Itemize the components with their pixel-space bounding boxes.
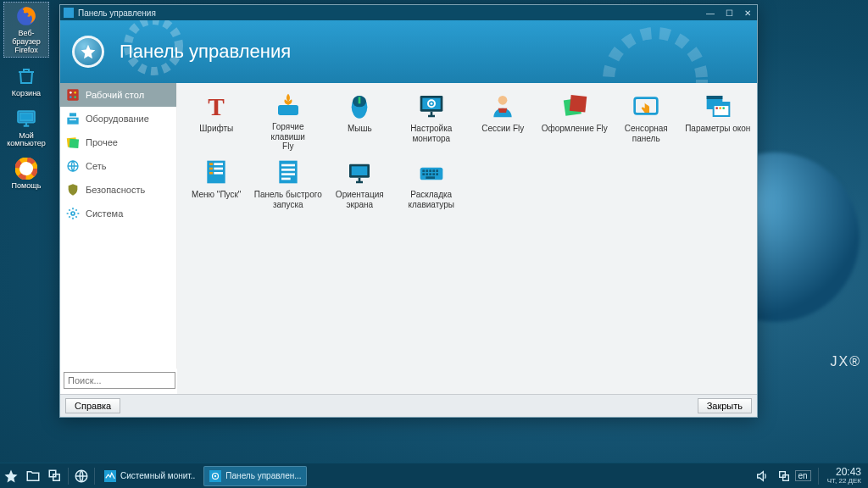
desktop-icon-trash[interactable]: Корзина xyxy=(3,63,49,100)
titlebar[interactable]: Панель управления — ☐ ✕ xyxy=(60,5,757,20)
windows-overview-button[interactable] xyxy=(44,463,66,489)
svg-point-37 xyxy=(719,107,721,109)
svg-rect-41 xyxy=(214,163,224,165)
category-security[interactable]: Безопасность xyxy=(60,178,176,202)
keyboard-icon xyxy=(417,158,446,186)
category-label: Оборудование xyxy=(86,114,149,124)
svg-rect-64 xyxy=(426,176,435,179)
control-panel-window: Панель управления — ☐ ✕ Панель управлени… xyxy=(59,4,758,418)
desktop-icon-label: Корзина xyxy=(12,90,41,98)
window-title: Панель управления xyxy=(78,8,156,18)
clock[interactable]: 20:43 ЧТ, 22 ДЕК xyxy=(821,467,868,485)
desktop-icon-label: Веб-браузерFirefox xyxy=(6,30,47,55)
category-label: Система xyxy=(86,208,123,219)
desktop-icon xyxy=(65,87,81,103)
search-input[interactable] xyxy=(64,372,175,389)
star-badge-icon xyxy=(72,36,104,68)
setting-fonts[interactable]: TШрифты xyxy=(181,90,253,152)
startmenu-icon xyxy=(202,158,231,186)
setting-quicklaunch[interactable]: Панель быстрогозапуска xyxy=(253,156,325,219)
language-indicator[interactable]: en xyxy=(795,470,811,481)
setting-theme[interactable]: Оформление Fly xyxy=(539,90,611,152)
sessions-icon xyxy=(488,92,517,120)
settings-grid: TШрифтыГорячие клавишиFlyМышьНастройкамо… xyxy=(177,83,757,394)
taskbar-task-panel[interactable]: Панель управлен... xyxy=(203,466,306,486)
setting-label: Меню "Пуск" xyxy=(192,190,241,200)
setting-label: Сенсорнаяпанель xyxy=(625,124,668,143)
svg-rect-43 xyxy=(214,168,224,170)
system-icon xyxy=(65,206,81,221)
setting-startmenu[interactable]: Меню "Пуск" xyxy=(181,156,253,219)
setting-label: Ориентацияэкрана xyxy=(336,190,384,209)
category-network[interactable]: Сеть xyxy=(60,154,176,178)
close-button[interactable]: Закрыть xyxy=(698,398,752,413)
computer-icon xyxy=(14,107,38,130)
svg-rect-49 xyxy=(281,173,295,175)
monitor-icon xyxy=(417,92,446,120)
setting-label: Панель быстрогозапуска xyxy=(254,190,322,209)
svg-rect-52 xyxy=(352,166,368,175)
taskbar-task-sysmon[interactable]: Системный монит.. xyxy=(98,466,200,486)
svg-rect-55 xyxy=(426,169,428,172)
category-hardware[interactable]: Оборудование xyxy=(60,107,176,130)
svg-rect-33 xyxy=(706,96,722,99)
svg-rect-59 xyxy=(422,173,425,175)
setting-label: Оформление Fly xyxy=(542,124,608,134)
setting-touch[interactable]: Сенсорнаяпанель xyxy=(610,90,682,152)
svg-rect-45 xyxy=(214,172,224,175)
svg-point-8 xyxy=(70,92,72,94)
svg-rect-57 xyxy=(432,169,435,172)
setting-label: Горячие клавишиFly xyxy=(254,122,323,152)
desktop-icon-computer[interactable]: Мойкомпьютер xyxy=(3,105,49,151)
desktop-icons: Веб-браузерFirefoxКорзинаМойкомпьютерПом… xyxy=(3,2,49,192)
svg-rect-13 xyxy=(67,118,78,125)
setting-monitor[interactable]: Настройкамонитора xyxy=(396,90,468,152)
network-icon xyxy=(65,158,81,174)
setting-hotkeys[interactable]: Горячие клавишиFly xyxy=(253,90,325,152)
svg-rect-48 xyxy=(281,169,295,171)
svg-rect-35 xyxy=(713,103,729,106)
setting-keyboard[interactable]: Раскладкаклавиатуры xyxy=(396,156,468,219)
desktop-icon-help[interactable]: Помощь xyxy=(3,155,49,192)
svg-rect-63 xyxy=(436,173,438,175)
tray-windows-icon[interactable] xyxy=(773,463,795,489)
svg-point-27 xyxy=(430,103,432,105)
category-label: Сеть xyxy=(86,161,106,171)
maximize-button[interactable]: ☐ xyxy=(723,7,735,19)
category-other[interactable]: Прочее xyxy=(60,130,176,154)
svg-rect-61 xyxy=(429,173,431,175)
svg-rect-42 xyxy=(209,168,213,170)
desktop-icon-label: Мойкомпьютер xyxy=(7,132,45,149)
desktop-icon-label: Помощь xyxy=(12,182,42,191)
setting-winparams[interactable]: Параметры окон xyxy=(682,90,754,152)
svg-rect-14 xyxy=(70,119,76,120)
svg-rect-16 xyxy=(70,139,79,148)
svg-rect-56 xyxy=(429,169,431,172)
browser-launcher-button[interactable] xyxy=(70,463,92,489)
help-button[interactable]: Справка xyxy=(65,398,120,413)
minimize-button[interactable]: — xyxy=(704,7,716,19)
setting-label: Мышь xyxy=(348,124,372,134)
start-menu-button[interactable] xyxy=(0,463,22,489)
svg-rect-23 xyxy=(359,97,361,103)
quicklaunch-icon xyxy=(274,158,303,186)
setting-orientation[interactable]: Ориентацияэкрана xyxy=(324,156,396,219)
volume-icon[interactable] xyxy=(751,463,773,489)
setting-mouse[interactable]: Мышь xyxy=(324,90,396,152)
close-window-button[interactable]: ✕ xyxy=(742,7,754,19)
svg-rect-7 xyxy=(67,89,78,100)
desktop-icon-firefox[interactable]: Веб-браузерFirefox xyxy=(3,2,49,58)
svg-rect-30 xyxy=(569,95,587,113)
category-system[interactable]: Система xyxy=(60,202,176,225)
category-label: Прочее xyxy=(86,137,118,147)
svg-point-36 xyxy=(715,107,718,109)
svg-rect-54 xyxy=(422,169,425,172)
category-desktop[interactable]: Рабочий стол xyxy=(60,83,176,107)
file-manager-button[interactable] xyxy=(22,463,44,489)
svg-point-5 xyxy=(128,20,179,71)
svg-rect-58 xyxy=(436,169,438,172)
svg-rect-62 xyxy=(432,173,435,175)
other-icon xyxy=(65,135,81,150)
app-icon xyxy=(64,8,74,18)
setting-sessions[interactable]: Сессии Fly xyxy=(467,90,539,152)
